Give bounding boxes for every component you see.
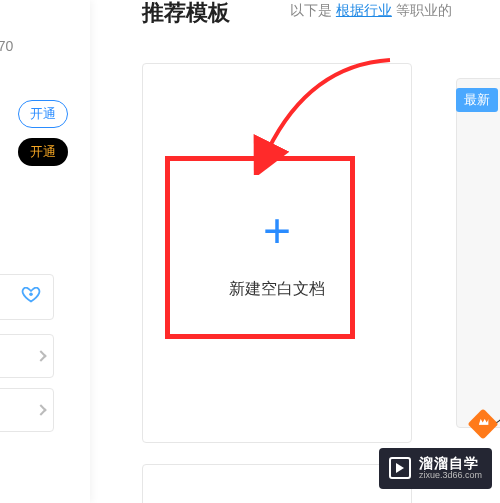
template-card-row2[interactable] [142, 464, 412, 503]
subtitle-prefix: 以下是 [290, 2, 336, 18]
heart-icon [21, 287, 41, 308]
industry-link[interactable]: 根据行业 [336, 2, 392, 18]
watermark-url: zixue.3d66.com [419, 471, 482, 481]
new-blank-document-label: 新建空白文档 [229, 279, 325, 300]
plus-icon: + [263, 207, 291, 255]
user-id-fragment: 370 [0, 38, 13, 54]
latest-badge: 最新 [456, 88, 498, 112]
sidebar-favorite-item[interactable] [0, 274, 54, 320]
sidebar-nav-item-2[interactable] [0, 388, 54, 432]
open-button-solid[interactable]: 开通 [18, 138, 68, 166]
section-subtitle: 以下是 根据行业 等职业的 [290, 2, 452, 20]
left-sidebar: 370 开通 开通 [0, 0, 90, 503]
chevron-right-icon [35, 404, 46, 415]
section-title: 推荐模板 [142, 0, 230, 28]
site-watermark: 溜溜自学 zixue.3d66.com [379, 448, 492, 489]
watermark-logo-icon [389, 457, 411, 479]
sidebar-nav-item-1[interactable] [0, 334, 54, 378]
template-card-preview[interactable] [456, 78, 500, 428]
chevron-right-icon [35, 350, 46, 361]
watermark-brand: 溜溜自学 [419, 456, 482, 471]
template-caption-fragment: 个 [496, 414, 500, 432]
open-button-outline[interactable]: 开通 [18, 100, 68, 128]
subtitle-suffix: 等职业的 [392, 2, 452, 18]
svg-point-0 [29, 292, 33, 296]
new-blank-document-card[interactable]: + 新建空白文档 [142, 63, 412, 443]
